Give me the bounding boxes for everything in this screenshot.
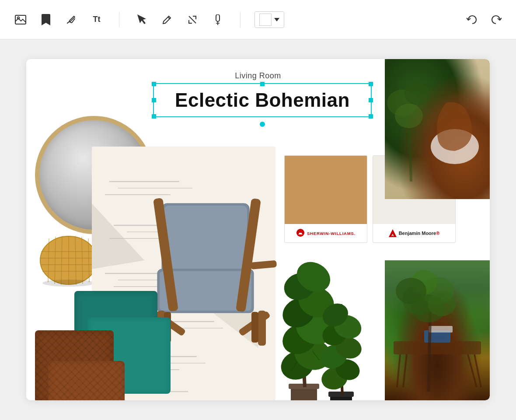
pillow-brown-front: [48, 361, 125, 400]
svg-rect-48: [250, 260, 277, 270]
moodboard-title: Eclectic Bohemian: [175, 89, 350, 111]
sw-brand-name: SHERWIN-WILLIAMS.: [307, 231, 356, 236]
svg-rect-72: [291, 387, 317, 400]
svg-point-56: [404, 83, 431, 105]
sw-logo: SHERWIN-WILLIAMS.: [296, 228, 356, 238]
canvas: Living Room Eclectic Bohemian: [0, 39, 516, 420]
tool-group-middle: [133, 11, 226, 28]
plant-image: [278, 243, 378, 400]
room-photo-2: [385, 260, 490, 400]
brush-tool[interactable]: [63, 11, 80, 28]
moodboard: Living Room Eclectic Bohemian: [26, 59, 490, 400]
image-tool[interactable]: [12, 11, 29, 28]
bm-brand-name: Benjamin Moore®: [399, 231, 440, 236]
bm-brand-bar: A Benjamin Moore®: [373, 224, 455, 242]
divider-1: [119, 12, 119, 28]
svg-rect-58: [394, 341, 481, 354]
svg-rect-50: [299, 233, 302, 234]
handle-br[interactable]: [369, 114, 373, 119]
handle-ml[interactable]: [152, 98, 156, 102]
bookmark-tool[interactable]: [38, 11, 54, 28]
svg-text:A: A: [391, 233, 394, 237]
title-text-box[interactable]: Eclectic Bohemian: [153, 83, 372, 117]
tool-group-left: Tt: [12, 11, 105, 28]
svg-point-71: [428, 292, 456, 316]
undo-button[interactable]: [464, 12, 480, 28]
pen-tool[interactable]: [209, 11, 226, 28]
svg-rect-37: [164, 206, 247, 271]
bm-logo: A Benjamin Moore®: [389, 229, 440, 237]
svg-line-60: [403, 354, 407, 387]
paint-swatch-sw: SHERWIN-WILLIAMS.: [284, 155, 367, 243]
handle-bl[interactable]: [152, 114, 156, 119]
sw-logo-icon: [296, 228, 305, 238]
redo-button[interactable]: [488, 12, 504, 28]
color-swatch-preview: [259, 14, 272, 26]
sw-color-block: [285, 156, 367, 224]
room-photo-1: [385, 59, 490, 199]
room-label: Living Room: [235, 71, 281, 80]
svg-rect-4: [216, 14, 220, 21]
svg-rect-64: [429, 326, 453, 332]
svg-line-59: [397, 354, 400, 387]
handle-mr[interactable]: [369, 98, 373, 102]
handle-tr[interactable]: [369, 82, 373, 86]
undo-redo-group: [464, 12, 504, 28]
sw-brand-bar: SHERWIN-WILLIAMS.: [285, 224, 367, 242]
bm-logo-icon: A: [389, 229, 397, 237]
resize-tool[interactable]: [184, 11, 201, 28]
svg-point-19: [42, 280, 95, 287]
pointer-tool[interactable]: [133, 11, 150, 28]
divider-2: [240, 12, 241, 28]
color-picker-button[interactable]: [255, 11, 284, 28]
toolbar: Tt: [0, 0, 516, 39]
handle-tc[interactable]: [260, 82, 265, 86]
svg-point-57: [395, 104, 423, 128]
handle-tl[interactable]: [152, 82, 156, 86]
svg-line-3: [189, 16, 196, 23]
svg-rect-47: [251, 312, 258, 343]
edit-tool[interactable]: [159, 11, 175, 28]
text-tool[interactable]: Tt: [88, 11, 105, 28]
connector-dot: [260, 122, 265, 127]
